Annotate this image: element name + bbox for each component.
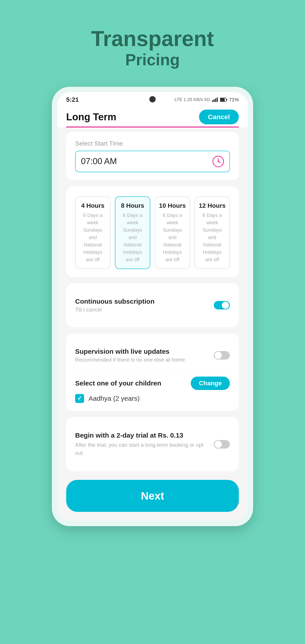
time-section-card: Select Start Time 07:00 AM [66, 132, 239, 180]
trial-toggle-row: Begin with a 2-day trial at Rs. 0.13 Aft… [75, 425, 230, 463]
supervision-sublabel: Recommended if there is no one else at h… [75, 357, 185, 363]
svg-rect-2 [215, 98, 216, 102]
app-header: Long Term Cancel [57, 105, 248, 126]
svg-rect-0 [212, 100, 213, 102]
phone-inner: 5:21 LTE 1.25 KB/s 5G 71% [57, 92, 248, 521]
signal-icon [212, 98, 218, 102]
child-name: Aadhya (2 years) [88, 395, 140, 402]
duration-8h[interactable]: 8 Hours 6 Days a week Sundays and Nation… [115, 196, 150, 269]
svg-rect-3 [217, 98, 218, 102]
subscription-toggle-row: Continuous subscription Till I cancel [75, 291, 230, 319]
page-title-section: Transparent Pricing [52, 27, 253, 69]
subscription-toggle-knob [222, 302, 229, 309]
time-input[interactable]: 07:00 AM [75, 151, 230, 172]
network-info: LTE 1.25 KB/s 5G [174, 97, 210, 102]
svg-point-10 [218, 161, 219, 162]
supervision-toggle[interactable] [214, 351, 230, 360]
page-title-sub: Pricing [52, 50, 253, 69]
supervision-label: Supervision with live updates [75, 348, 185, 355]
trial-toggle-knob [215, 441, 222, 448]
subscription-label: Continuous subscription [75, 298, 154, 305]
page-background: Transparent Pricing 5:21 LTE 1.25 KB/s 5… [52, 27, 253, 526]
child-select-label: Select one of your children [75, 380, 161, 387]
child-checkbox-row: ✓ Aadhya (2 years) [75, 394, 230, 403]
checkmark-icon: ✓ [77, 395, 82, 402]
duration-12h-title: 12 Hours [198, 202, 226, 209]
cancel-button[interactable]: Cancel [199, 110, 239, 124]
duration-10h[interactable]: 10 Hours 6 Days a week Sundays and Natio… [155, 196, 190, 269]
time-value: 07:00 AM [81, 156, 117, 166]
status-right: LTE 1.25 KB/s 5G 71% [174, 97, 239, 103]
svg-rect-1 [214, 99, 215, 102]
app-title: Long Term [66, 111, 116, 122]
duration-12h-sub: 6 Days a week Sundays and National Holid… [198, 212, 226, 263]
battery-percent: 71% [229, 97, 239, 103]
duration-12h[interactable]: 12 Hours 6 Days a week Sundays and Natio… [194, 196, 230, 269]
duration-10h-sub: 6 Days a week Sundays and National Holid… [159, 212, 186, 263]
clock-icon [212, 156, 224, 167]
trial-label: Begin with a 2-day trial at Rs. 0.13 [75, 432, 209, 439]
child-select-row: Select one of your children Change [75, 376, 230, 390]
page-title-main: Transparent [52, 27, 253, 50]
duration-card: 4 Hours 6 Days a week Sundays and Nation… [66, 186, 239, 277]
supervision-label-group: Supervision with live updates Recommende… [75, 348, 185, 363]
duration-8h-title: 8 Hours [119, 202, 146, 209]
phone-outer: 5:21 LTE 1.25 KB/s 5G 71% [52, 87, 253, 526]
children-section: Select one of your children Change ✓ Aad… [75, 370, 230, 403]
status-bar: 5:21 LTE 1.25 KB/s 5G 71% [57, 92, 248, 105]
subscription-label-group: Continuous subscription Till I cancel [75, 298, 154, 313]
time-section-label: Select Start Time [75, 140, 230, 147]
change-child-button[interactable]: Change [191, 376, 230, 390]
trial-card: Begin with a 2-day trial at Rs. 0.13 Aft… [66, 417, 239, 471]
trial-sublabel: After the trial, you can start a long-te… [75, 441, 209, 457]
duration-4h-sub: 6 Days a week Sundays and National Holid… [79, 212, 106, 263]
camera-notch [149, 96, 156, 102]
trial-label-group: Begin with a 2-day trial at Rs. 0.13 Aft… [75, 432, 214, 457]
status-time: 5:21 [66, 96, 79, 103]
duration-4h-title: 4 Hours [79, 202, 106, 209]
battery-icon [220, 98, 227, 102]
subscription-sublabel: Till I cancel [75, 306, 154, 313]
next-button[interactable]: Next [66, 480, 239, 512]
duration-8h-sub: 6 Days a week Sundays and National Holid… [119, 212, 146, 263]
subscription-card: Continuous subscription Till I cancel [66, 283, 239, 327]
svg-rect-6 [226, 99, 227, 100]
duration-grid: 4 Hours 6 Days a week Sundays and Nation… [75, 196, 230, 269]
supervision-card: Supervision with live updates Recommende… [66, 334, 239, 411]
scroll-content: Select Start Time 07:00 AM [57, 128, 248, 521]
duration-4h[interactable]: 4 Hours 6 Days a week Sundays and Nation… [75, 196, 110, 269]
subscription-toggle[interactable] [214, 301, 230, 310]
trial-toggle[interactable] [214, 440, 230, 448]
duration-10h-title: 10 Hours [159, 202, 186, 209]
svg-rect-5 [220, 98, 225, 101]
supervision-toggle-row: Supervision with live updates Recommende… [75, 342, 230, 369]
supervision-toggle-knob [215, 352, 222, 359]
child-checkbox[interactable]: ✓ [75, 394, 84, 403]
